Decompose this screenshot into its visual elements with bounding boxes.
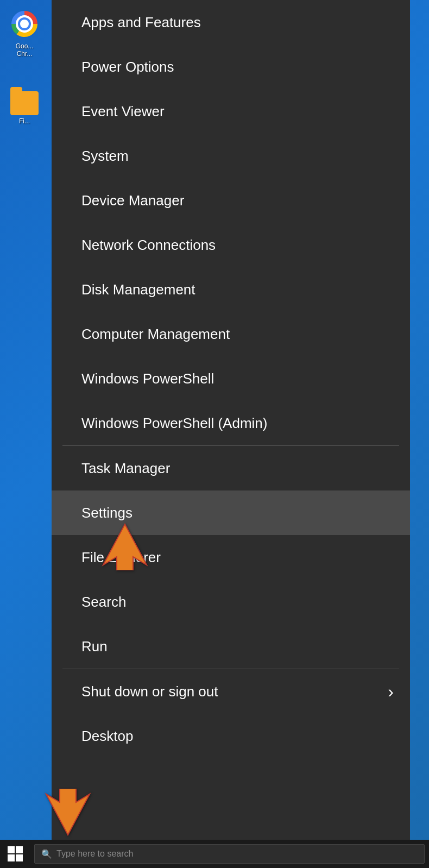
- taskbar-search-bar[interactable]: 🔍 Type here to search: [34, 844, 425, 864]
- desktop-icon-chrome[interactable]: Goo...Chr...: [0, 5, 49, 62]
- menu-item-windows-powershell-admin[interactable]: Windows PowerShell (Admin): [52, 401, 410, 445]
- svg-point-3: [20, 20, 29, 28]
- menu-item-event-viewer[interactable]: Event Viewer: [52, 89, 410, 134]
- menu-item-file-explorer[interactable]: File Explorer: [52, 535, 410, 580]
- menu-item-shut-down[interactable]: Shut down or sign out: [52, 669, 410, 714]
- chrome-icon: [10, 10, 39, 40]
- svg-rect-7: [16, 854, 23, 861]
- windows-logo-icon: [8, 846, 23, 861]
- menu-item-apps-features[interactable]: Apps and Features: [52, 0, 410, 45]
- svg-rect-4: [8, 846, 15, 853]
- svg-rect-6: [8, 854, 15, 861]
- menu-item-search[interactable]: Search: [52, 580, 410, 624]
- svg-rect-5: [16, 846, 23, 853]
- menu-item-network-connections[interactable]: Network Connections: [52, 223, 410, 267]
- taskbar-search-placeholder: Type here to search: [56, 849, 133, 859]
- menu-item-task-manager[interactable]: Task Manager: [52, 446, 410, 490]
- chrome-label: Goo...Chr...: [16, 42, 34, 58]
- menu-item-settings[interactable]: Settings: [52, 490, 410, 535]
- menu-item-desktop[interactable]: Desktop: [52, 714, 410, 758]
- menu-item-computer-management[interactable]: Computer Management: [52, 312, 410, 356]
- start-button[interactable]: [0, 840, 30, 868]
- menu-item-disk-management[interactable]: Disk Management: [52, 267, 410, 312]
- menu-item-power-options[interactable]: Power Options: [52, 45, 410, 89]
- search-icon: 🔍: [41, 849, 52, 859]
- menu-item-windows-powershell[interactable]: Windows PowerShell: [52, 356, 410, 401]
- menu-item-run[interactable]: Run: [52, 624, 410, 669]
- desktop-icon-folder[interactable]: Fi...: [0, 87, 49, 129]
- folder-label: Fi...: [19, 117, 30, 125]
- folder-icon: [10, 91, 39, 115]
- context-menu: Apps and FeaturesPower OptionsEvent View…: [52, 0, 410, 840]
- menu-item-device-manager[interactable]: Device Manager: [52, 178, 410, 223]
- menu-item-system[interactable]: System: [52, 134, 410, 178]
- taskbar: 🔍 Type here to search: [0, 840, 429, 868]
